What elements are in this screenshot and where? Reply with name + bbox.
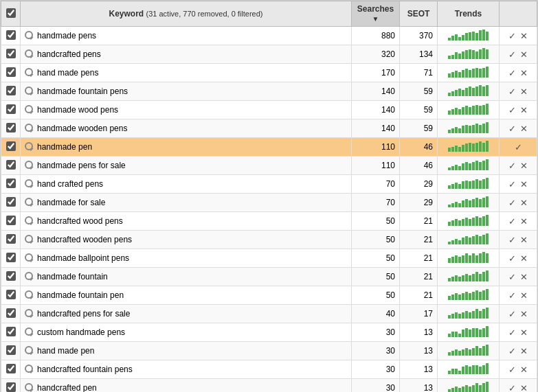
remove-button[interactable]: ✕ bbox=[518, 382, 530, 393]
remove-button[interactable]: ✕ bbox=[518, 363, 530, 376]
remove-button[interactable]: ✕ bbox=[518, 252, 530, 265]
row-checkbox[interactable] bbox=[6, 234, 16, 244]
table-row: handmade pen11046✓ bbox=[1, 138, 537, 157]
trends-cell bbox=[438, 342, 500, 360]
trend-bar bbox=[482, 30, 485, 41]
trend-bar bbox=[455, 127, 458, 133]
confirm-button[interactable]: ✓ bbox=[506, 178, 518, 191]
confirm-button[interactable]: ✓ bbox=[506, 85, 518, 98]
remove-button[interactable]: ✕ bbox=[518, 326, 530, 339]
seot-value: 59 bbox=[400, 82, 438, 101]
select-all-checkbox[interactable] bbox=[6, 8, 16, 18]
confirm-button[interactable]: ✓ bbox=[506, 48, 518, 61]
trend-bar bbox=[455, 202, 458, 207]
confirm-button[interactable]: ✓ bbox=[506, 345, 518, 358]
confirm-button[interactable]: ✓ bbox=[506, 233, 518, 246]
row-checkbox[interactable] bbox=[6, 86, 16, 95]
trends-cell bbox=[438, 323, 500, 342]
keyword-cell: hand made pens bbox=[21, 64, 352, 82]
trend-bar bbox=[469, 49, 471, 59]
remove-button[interactable]: ✕ bbox=[518, 233, 530, 246]
seot-value: 21 bbox=[400, 231, 438, 249]
confirm-button[interactable]: ✓ bbox=[506, 30, 518, 43]
remove-button[interactable]: ✕ bbox=[518, 345, 530, 358]
searches-value: 140 bbox=[352, 101, 400, 119]
row-checkbox[interactable] bbox=[6, 382, 16, 392]
actions-cell: ✓✕ bbox=[500, 64, 537, 82]
confirm-button[interactable]: ✓ bbox=[506, 215, 518, 228]
row-checkbox[interactable] bbox=[6, 123, 16, 132]
trend-bar bbox=[472, 292, 475, 300]
remove-button[interactable]: ✕ bbox=[518, 48, 530, 61]
row-checkbox[interactable] bbox=[6, 308, 16, 318]
remove-button[interactable]: ✕ bbox=[518, 289, 530, 302]
row-checkbox-cell bbox=[1, 175, 21, 194]
row-checkbox[interactable] bbox=[6, 327, 16, 336]
row-checkbox[interactable] bbox=[6, 216, 16, 225]
trend-bar bbox=[482, 68, 485, 78]
confirm-button[interactable]: ✓ bbox=[513, 141, 524, 154]
row-checkbox[interactable] bbox=[6, 364, 16, 373]
confirm-button[interactable]: ✓ bbox=[506, 67, 518, 80]
trend-bar bbox=[482, 198, 485, 207]
trend-chart bbox=[447, 122, 489, 134]
confirm-button[interactable]: ✓ bbox=[506, 252, 518, 265]
row-checkbox[interactable] bbox=[6, 290, 16, 299]
trend-bar bbox=[448, 296, 451, 300]
header-seot[interactable]: SEOT bbox=[400, 1, 438, 27]
row-checkbox[interactable] bbox=[6, 160, 16, 170]
trend-bar bbox=[458, 166, 461, 170]
trend-bar bbox=[458, 334, 461, 337]
confirm-button[interactable]: ✓ bbox=[506, 382, 518, 393]
remove-button[interactable]: ✕ bbox=[518, 30, 530, 43]
searches-value: 110 bbox=[352, 138, 400, 157]
confirm-button[interactable]: ✓ bbox=[506, 196, 518, 209]
trend-bar bbox=[469, 275, 471, 281]
trend-bar bbox=[482, 252, 485, 263]
searches-value: 70 bbox=[352, 175, 400, 194]
remove-button[interactable]: ✕ bbox=[518, 104, 530, 117]
keyword-cell: handcrafted wooden pens bbox=[21, 231, 352, 249]
remove-button[interactable]: ✕ bbox=[518, 178, 530, 191]
confirm-button[interactable]: ✓ bbox=[506, 159, 518, 172]
trend-bar bbox=[475, 87, 478, 96]
confirm-button[interactable]: ✓ bbox=[506, 270, 518, 284]
row-checkbox[interactable] bbox=[6, 271, 16, 281]
remove-button[interactable]: ✕ bbox=[518, 308, 530, 321]
row-checkbox[interactable] bbox=[6, 345, 16, 355]
keyword-header-meta: (31 active, 770 removed, 0 filtered) bbox=[146, 10, 263, 18]
confirm-button[interactable]: ✓ bbox=[506, 289, 518, 302]
trend-bar bbox=[448, 56, 451, 59]
remove-button[interactable]: ✕ bbox=[518, 122, 530, 135]
header-searches[interactable]: Searches ▼ bbox=[352, 1, 400, 27]
keyword-cell: handcrafted fountain pens bbox=[21, 360, 352, 379]
confirm-button[interactable]: ✓ bbox=[506, 308, 518, 321]
remove-button[interactable]: ✕ bbox=[518, 85, 530, 98]
confirm-button[interactable]: ✓ bbox=[506, 326, 518, 339]
confirm-button[interactable]: ✓ bbox=[506, 122, 518, 135]
row-checkbox[interactable] bbox=[6, 49, 16, 58]
row-checkbox[interactable] bbox=[6, 104, 16, 114]
header-checkbox[interactable] bbox=[1, 1, 21, 27]
row-checkbox[interactable] bbox=[6, 178, 16, 188]
confirm-button[interactable]: ✓ bbox=[506, 104, 518, 117]
remove-button[interactable]: ✕ bbox=[518, 67, 530, 80]
remove-button[interactable]: ✕ bbox=[518, 270, 530, 284]
trend-bar bbox=[448, 148, 451, 152]
remove-button[interactable]: ✕ bbox=[518, 159, 530, 172]
trend-bar bbox=[455, 275, 458, 281]
row-checkbox[interactable] bbox=[6, 253, 16, 262]
remove-button[interactable]: ✕ bbox=[518, 215, 530, 228]
trend-bar bbox=[462, 312, 464, 319]
searches-value: 50 bbox=[352, 249, 400, 268]
trend-bar bbox=[482, 124, 485, 133]
row-checkbox[interactable] bbox=[6, 197, 16, 207]
row-checkbox-cell bbox=[1, 157, 21, 175]
confirm-button[interactable]: ✓ bbox=[506, 363, 518, 376]
row-checkbox[interactable] bbox=[6, 67, 16, 77]
trend-bar bbox=[479, 199, 482, 207]
remove-button[interactable]: ✕ bbox=[518, 196, 530, 209]
row-checkbox[interactable] bbox=[6, 141, 16, 151]
trends-cell bbox=[438, 27, 500, 45]
row-checkbox[interactable] bbox=[6, 30, 16, 40]
